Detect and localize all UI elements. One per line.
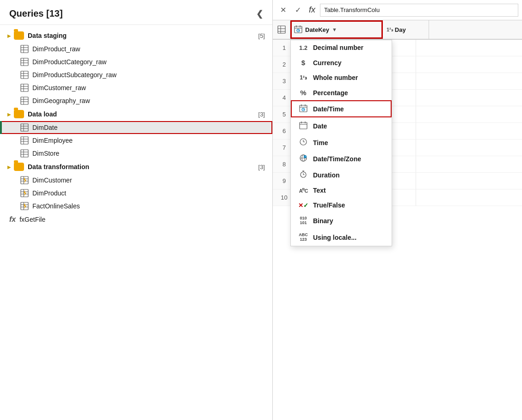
formula-input[interactable] — [320, 4, 518, 17]
svg-rect-65 — [300, 122, 307, 129]
query-dimstore[interactable]: DimStore — [0, 147, 272, 160]
table-icon — [20, 123, 29, 132]
query-dimgeography-raw[interactable]: DimGeography_raw — [0, 94, 272, 107]
day-label: Day — [395, 26, 406, 33]
close-formula-button[interactable]: ✕ — [276, 4, 289, 17]
dropdown-label-whole: Whole number — [313, 74, 358, 81]
query-name: DimStore — [32, 150, 59, 157]
query-name: DimEmployee — [32, 137, 73, 144]
query-name: DimProduct — [32, 189, 66, 197]
percentage-icon: % — [298, 89, 308, 97]
triangle-icon: ▶ — [7, 33, 11, 38]
queries-header: Queries [13] ❮ — [0, 0, 272, 25]
query-name: DimGeography_raw — [32, 97, 90, 104]
fx-getfile[interactable]: fx fxGetFile — [0, 213, 272, 226]
collapse-button[interactable]: ❮ — [256, 9, 263, 19]
table-lightning-icon — [20, 202, 29, 210]
fx-name: fxGetFile — [19, 216, 45, 223]
svg-rect-4 — [21, 58, 28, 66]
datekey-dropdown-arrow[interactable]: ▼ — [332, 27, 337, 32]
dropdown-label-datetime: Date/Time — [313, 105, 344, 113]
group-count-transformation: [3] — [258, 164, 265, 170]
query-dimemployee[interactable]: DimEmployee — [0, 134, 272, 147]
folder-icon — [14, 110, 24, 118]
query-dimproduct-raw[interactable]: DimProduct_raw — [0, 43, 272, 55]
svg-rect-28 — [21, 150, 28, 157]
table-icon — [20, 45, 29, 53]
dropdown-label-percentage: Percentage — [313, 89, 348, 97]
query-name: DimProductCategory_raw — [32, 58, 106, 66]
table-icon — [20, 136, 29, 145]
query-name: DimCustomer_raw — [32, 84, 86, 91]
calendar-type-icon — [294, 25, 302, 35]
dropdown-item-percentage[interactable]: % Percentage — [291, 85, 392, 100]
table-icon — [20, 84, 29, 92]
dropdown-label-datetimezone: Date/Time/Zone — [313, 155, 361, 163]
query-factonlinesales[interactable]: FactOnlineSales — [0, 200, 272, 213]
triangle-icon: ▶ — [7, 164, 11, 170]
grid-select-all-button[interactable] — [273, 21, 290, 38]
dropdown-item-binary[interactable]: 010101 Binary — [291, 213, 392, 229]
table-lightning-icon — [20, 176, 29, 184]
datekey-label: DateKey — [305, 26, 329, 33]
dropdown-item-duration[interactable]: Duration — [291, 167, 392, 183]
whole-number-icon: 1²₃ — [298, 74, 308, 81]
right-panel: ✕ ✓ fx DateKey ▼ — [273, 0, 522, 420]
fx-icon: fx — [9, 215, 16, 224]
svg-rect-0 — [21, 45, 28, 53]
dropdown-label-locale: Using locale... — [313, 234, 356, 241]
svg-marker-41 — [24, 190, 26, 196]
query-dimproductsubcategory-raw[interactable]: DimProductSubcategory_raw — [0, 68, 272, 81]
datekey-column-header[interactable]: DateKey ▼ 1.2 Decimal number $ Currency … — [290, 20, 383, 39]
time-icon — [298, 138, 308, 147]
table-icon — [20, 149, 29, 158]
datetimezone-icon — [298, 154, 308, 163]
svg-rect-16 — [21, 97, 28, 104]
group-data-load[interactable]: ▶ Data load [3] — [0, 107, 272, 121]
query-dimcustomer[interactable]: DimCustomer — [0, 174, 272, 187]
query-dimproduct[interactable]: DimProduct — [0, 187, 272, 200]
query-dimdate[interactable]: DimDate — [0, 121, 272, 134]
group-data-staging[interactable]: ▶ Data staging [5] — [0, 29, 272, 43]
type-dropdown-menu: 1.2 Decimal number $ Currency 1²₃ Whole … — [290, 40, 392, 246]
truefalse-icon: ✕✓ — [298, 202, 308, 209]
folder-icon — [14, 163, 24, 171]
dropdown-item-truefalse[interactable]: ✕✓ True/False — [291, 198, 392, 213]
svg-rect-24 — [21, 137, 28, 144]
dropdown-item-datetimezone[interactable]: Date/Time/Zone — [291, 151, 392, 167]
text-icon: ABC — [298, 187, 308, 194]
queries-list: ▶ Data staging [5] DimProduct_raw DimPro… — [0, 25, 272, 420]
dropdown-label-decimal: Decimal number — [313, 44, 363, 51]
currency-icon: $ — [298, 59, 308, 67]
locale-icon: ABC123 — [298, 233, 308, 242]
dropdown-label-text: Text — [313, 187, 326, 194]
dropdown-label-time: Time — [313, 139, 328, 146]
column-header-bar: DateKey ▼ 1.2 Decimal number $ Currency … — [273, 20, 522, 40]
svg-marker-36 — [24, 177, 26, 183]
dropdown-label-date: Date — [313, 122, 327, 130]
query-dimcustomer-raw[interactable]: DimCustomer_raw — [0, 81, 272, 94]
dropdown-item-datetime[interactable]: Date/Time — [291, 100, 392, 117]
left-panel: Queries [13] ❮ ▶ Data staging [5] DimPro… — [0, 0, 273, 420]
group-name-transformation: Data transformation — [28, 163, 258, 170]
group-name-staging: Data staging — [28, 32, 258, 39]
dropdown-item-time[interactable]: Time — [291, 134, 392, 151]
query-name: DimCustomer — [32, 177, 72, 184]
table-icon — [20, 97, 29, 105]
dropdown-item-date[interactable]: Date — [291, 117, 392, 134]
day-column-header[interactable]: 1²₃ Day — [383, 20, 429, 39]
svg-marker-46 — [24, 203, 26, 209]
svg-rect-20 — [21, 124, 28, 131]
dropdown-item-text[interactable]: ABC Text — [291, 183, 392, 198]
query-dimproductcategory-raw[interactable]: DimProductCategory_raw — [0, 55, 272, 68]
svg-rect-12 — [21, 84, 28, 91]
dropdown-item-decimal[interactable]: 1.2 Decimal number — [291, 40, 392, 55]
folder-icon — [14, 31, 24, 40]
dropdown-item-locale[interactable]: ABC123 Using locale... — [291, 229, 392, 246]
group-data-transformation[interactable]: ▶ Data transformation [3] — [0, 160, 272, 174]
query-name: DimDate — [32, 124, 57, 131]
dropdown-item-whole[interactable]: 1²₃ Whole number — [291, 70, 392, 85]
confirm-formula-button[interactable]: ✓ — [291, 4, 304, 17]
dropdown-item-currency[interactable]: $ Currency — [291, 55, 392, 70]
queries-title: Queries [13] — [9, 8, 63, 19]
